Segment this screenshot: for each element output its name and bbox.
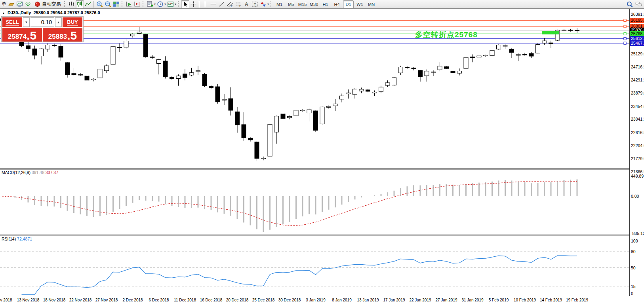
sell-button[interactable]: SELL: [2, 17, 22, 27]
new-chart-icon[interactable]: [146, 0, 154, 8]
auto-scroll-icon[interactable]: [125, 0, 133, 8]
line-chart-icon[interactable]: [84, 0, 92, 8]
buy-price[interactable]: 25883.5: [43, 28, 82, 42]
rsi-axis-label: 80: [631, 249, 636, 254]
macd-axis-label: 449.89: [631, 174, 644, 178]
date-axis-label: 27 Nov 2018: [95, 298, 118, 302]
price-axis-label: 23879.0: [631, 91, 644, 95]
price-axis-label: 24716.5: [631, 64, 644, 69]
date-axis-label: 16 Dec 2018: [200, 298, 223, 302]
crosshair-icon[interactable]: [189, 0, 198, 8]
price-level-badge: 25768.8: [630, 31, 644, 36]
svg-text:F: F: [239, 5, 241, 8]
date-axis-label: 20 Dec 2018: [226, 298, 249, 302]
volume-increase-button[interactable]: ▲: [55, 17, 62, 27]
timeframe-d1[interactable]: D1: [343, 0, 354, 8]
cursor-icon[interactable]: [181, 0, 189, 8]
zoom-in-icon[interactable]: [95, 0, 104, 8]
price-axis-label: 22616.5: [631, 130, 644, 135]
toolbar-drag-handle[interactable]: [271, 1, 272, 7]
rsi-axis-label: 100: [631, 239, 638, 243]
svg-text:A: A: [245, 1, 248, 7]
ohlc-values: 25880.0 25954.0 25787.0 25876.0: [33, 10, 100, 15]
chart-text-annotation[interactable]: 多空转折点25768: [415, 30, 478, 40]
bar-chart-icon[interactable]: [67, 0, 76, 8]
date-axis-label: 14 Feb 2019: [540, 298, 562, 302]
timeframe-w1[interactable]: W1: [354, 0, 365, 8]
timeframe-m15[interactable]: M15: [297, 0, 308, 8]
date-axis-label: 18 Nov 2018: [43, 298, 66, 302]
timeframe-h4[interactable]: H4: [332, 0, 342, 8]
volume-input[interactable]: [30, 17, 54, 27]
chart-window[interactable]: ▲ DJ30-,Daily 25880.0 25954.0 25787.0 25…: [0, 9, 644, 305]
price-axis-label: 25129.0: [631, 51, 644, 56]
rsi-indicator-label: RSI(14) 72.4871: [2, 237, 32, 241]
time-axis[interactable]: 8 Nov 201813 Nov 201818 Nov 201822 Nov 2…: [0, 296, 630, 305]
templates-dropdown-caret[interactable]: ▾: [175, 2, 176, 6]
svg-text:T: T: [254, 2, 256, 6]
trendline-icon[interactable]: [217, 0, 226, 8]
equidistant-channel-icon[interactable]: E: [226, 0, 234, 8]
price-level-badge: 26195.8: [630, 18, 644, 23]
toolbar-drag-handle[interactable]: [178, 1, 180, 7]
macd-axis-label: -835.12: [631, 231, 644, 236]
arrows-tool-icon[interactable]: [259, 0, 267, 8]
horizontal-line-icon[interactable]: [209, 0, 217, 8]
price-level-badge: 25467.7: [630, 41, 644, 46]
price-axis-label: 23041.5: [631, 117, 644, 121]
price-axis-label: 22204.0: [631, 143, 644, 148]
date-axis-label: 2 Dec 2018: [122, 298, 143, 302]
periods-clock-icon[interactable]: [156, 0, 164, 8]
rsi-axis-label: 0: [631, 291, 633, 296]
terminal-icon[interactable]: [15, 0, 24, 8]
timeframe-h1[interactable]: H1: [320, 0, 331, 8]
candlestick-chart-icon[interactable]: [76, 0, 84, 8]
one-click-trading-panel: SELL ▼ ▲ BUY 25874.5 25883.5: [1, 16, 84, 42]
signal-icon[interactable]: [24, 0, 32, 8]
periods-dropdown-caret[interactable]: ▾: [164, 2, 166, 6]
toolbar-drag-handle[interactable]: [122, 1, 124, 7]
date-axis-label: 31 Jan 2019: [461, 298, 483, 302]
tile-windows-icon[interactable]: [112, 0, 120, 8]
date-axis-label: 11 Dec 2018: [174, 298, 196, 302]
collapse-triangle-icon[interactable]: ▲: [2, 11, 5, 15]
macd-indicator-label: MACD(12,26,9) 391.48 337.37: [2, 170, 58, 175]
vertical-line-icon[interactable]: [201, 0, 209, 8]
date-axis-label: 17 Jan 2019: [383, 298, 405, 302]
date-axis-label: 27 Jan 2019: [435, 298, 457, 302]
chat-icon[interactable]: [634, 0, 643, 8]
text-tool-icon[interactable]: A: [242, 0, 251, 8]
candles-layer: [0, 18, 579, 162]
symbol-period: DJ30-,Daily: [8, 10, 31, 15]
price-axis-label: 26391.5: [631, 12, 644, 17]
toolbar: 单 自动交易 ▾ ▾ ▾ E F A T: [0, 0, 644, 9]
price-axis-label: 24291.5: [631, 78, 644, 82]
chart-canvas[interactable]: [0, 9, 644, 305]
toolbar-drag-handle[interactable]: [143, 1, 145, 7]
chart-shift-icon[interactable]: [133, 0, 141, 8]
zoom-out-icon[interactable]: [104, 0, 112, 8]
new-order-button[interactable]: 单: [1, 1, 7, 8]
date-axis-label: 8 Jan 2019: [332, 298, 352, 302]
price-axis-label: 21366.5: [631, 169, 644, 174]
sell-price[interactable]: 25874.5: [2, 28, 42, 42]
arrows-dropdown-caret[interactable]: ▾: [267, 2, 269, 6]
search-icon[interactable]: [625, 0, 634, 8]
fibonacci-icon[interactable]: F: [234, 0, 242, 8]
volume-decrease-button[interactable]: ▼: [23, 17, 30, 27]
gold-icon[interactable]: [7, 0, 15, 8]
price-axis-label: 23454.0: [631, 104, 644, 109]
timeframe-m5[interactable]: M5: [286, 0, 296, 8]
price-axis-label: 21779.0: [631, 156, 644, 161]
timeframe-mn[interactable]: MN: [366, 0, 377, 8]
autotrade-button[interactable]: 自动交易: [32, 0, 63, 8]
date-axis-label: 10 Feb 2019: [514, 298, 536, 302]
timeframe-m30[interactable]: M30: [309, 0, 319, 8]
text-label-icon[interactable]: T: [251, 0, 259, 8]
toolbar-drag-handle[interactable]: [64, 1, 66, 7]
price-axis[interactable]: 26391.525129.024716.524291.523879.023454…: [630, 9, 644, 305]
timeframe-m1[interactable]: M1: [274, 0, 285, 8]
templates-icon[interactable]: [166, 0, 175, 8]
buy-button[interactable]: BUY: [63, 17, 82, 27]
new-chart-dropdown-caret[interactable]: ▾: [154, 2, 156, 6]
